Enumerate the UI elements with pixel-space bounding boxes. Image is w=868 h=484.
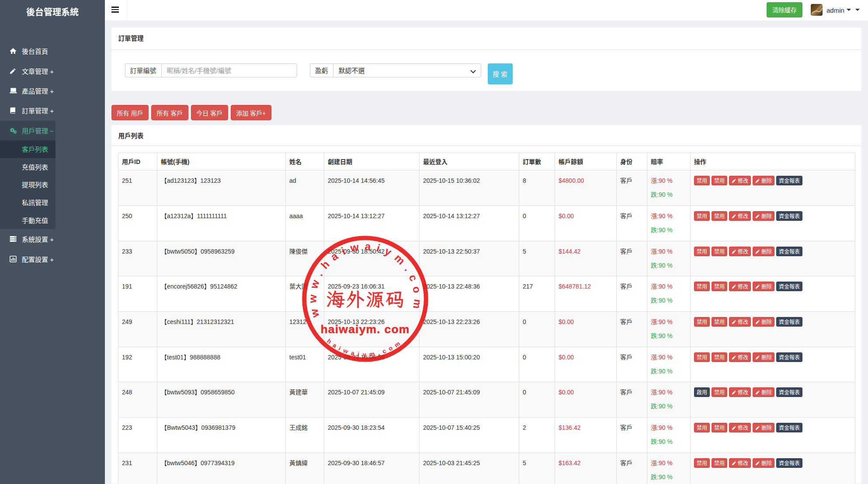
svg-text:haiwaiym. com: haiwaiym. com — [320, 323, 410, 336]
svg-text:海外源码: 海外源码 — [326, 287, 406, 311]
